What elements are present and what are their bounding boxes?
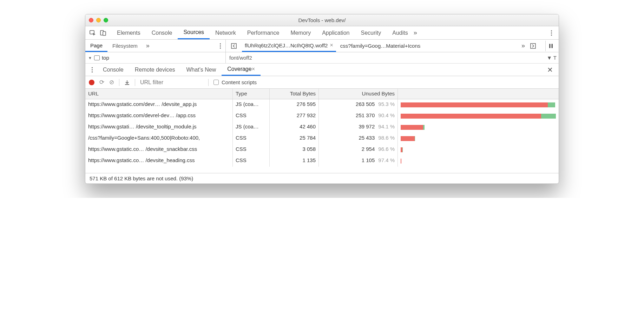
cell-type: CSS (233, 111, 270, 122)
cell-type: CSS (233, 144, 270, 155)
prev-file-icon[interactable] (229, 41, 239, 51)
editor-preview: font/woff2 ▼ T (226, 52, 559, 63)
cell-type: CSS (233, 155, 270, 167)
tab-performance[interactable]: Performance (242, 26, 285, 39)
svg-point-7 (219, 45, 221, 46)
cell-type: JS (coa… (233, 122, 270, 133)
file-tab-label: flUhRq6tzZclQEJ…NcIhQ8tQ.woff2 (245, 42, 328, 48)
svg-rect-9 (231, 44, 236, 48)
cell-total: 25 784 (270, 133, 319, 144)
drawer-tab-remote-devices[interactable]: Remote devices (129, 64, 181, 76)
pause-script-icon[interactable] (545, 41, 556, 51)
close-icon[interactable]: × (330, 42, 333, 48)
drawer-close-icon[interactable]: ✕ (543, 66, 557, 74)
col-type[interactable]: Type (233, 89, 270, 99)
col-unused[interactable]: Unused Bytes (319, 89, 398, 99)
nav-more-chevron-icon[interactable]: » (143, 42, 153, 49)
file-tab[interactable]: flUhRq6tzZclQEJ…NcIhQ8tQ.woff2× (242, 40, 336, 52)
drawer-tab-what-s-new[interactable]: What's New (180, 64, 222, 76)
svg-rect-12 (551, 44, 553, 48)
coverage-toolbar: ⟳ ⊘ Content scripts (85, 76, 559, 89)
navtab-page[interactable]: Page (85, 40, 107, 52)
frame-top-label: top (102, 55, 109, 61)
url-filter-input[interactable] (140, 79, 203, 86)
coverage-grid-header: URL Type Total Bytes Unused Bytes (85, 89, 559, 99)
next-file-icon[interactable] (528, 41, 538, 51)
table-row[interactable]: https://www.gstatic.co… /devsite_snackba… (85, 144, 559, 155)
reload-icon[interactable]: ⟳ (99, 79, 104, 86)
coverage-status: 571 KB of 612 KB bytes are not used. (93… (85, 173, 559, 183)
drawer-tab-console[interactable]: Console (97, 64, 129, 76)
drawer-kebab-icon[interactable] (87, 65, 97, 75)
tab-elements[interactable]: Elements (111, 26, 146, 39)
table-row[interactable]: https://www.gstatic.com/devr… /devsite_a… (85, 99, 559, 111)
checkbox-icon[interactable] (213, 80, 219, 85)
clear-icon[interactable]: ⊘ (109, 79, 114, 86)
tab-audits[interactable]: Audits (387, 26, 413, 39)
cell-bar (398, 133, 559, 144)
table-row[interactable]: https://www.gstatic.co… /devsite_heading… (85, 155, 559, 167)
cell-type: JS (coa… (233, 99, 270, 111)
frame-tree[interactable]: ▼ top (85, 52, 226, 63)
preview-text: font/woff2 (229, 55, 252, 61)
svg-rect-11 (549, 44, 551, 48)
cell-unused: 2 95496.6 % (319, 144, 398, 155)
device-toolbar-icon[interactable] (98, 28, 109, 38)
inspect-element-icon[interactable] (87, 28, 98, 38)
svg-point-15 (91, 71, 92, 72)
nav-pane: PageFilesystem » (85, 40, 226, 52)
drawer-tab-coverage[interactable]: Coverage × (222, 64, 261, 76)
tab-console[interactable]: Console (146, 26, 178, 39)
svg-point-5 (551, 34, 552, 35)
svg-point-14 (91, 69, 92, 70)
cell-url: https://www.gstatic.com/devr… /devsite_a… (85, 99, 233, 111)
sources-subbar: PageFilesystem » flUhRq6tzZclQEJ…NcIhQ8t… (85, 40, 559, 52)
cell-unused: 25 43398.6 % (319, 133, 398, 144)
cell-unused: 39 97294.1 % (319, 122, 398, 133)
more-tabs-chevron-icon[interactable]: » (414, 29, 417, 36)
table-row[interactable]: /css?family=Google+Sans:400,500|Roboto:4… (85, 133, 559, 144)
file-tab[interactable]: css?family=Goog…Material+Icons (337, 40, 423, 52)
separator (135, 79, 135, 86)
tab-application[interactable]: Application (316, 26, 355, 39)
cell-url: https://www.gstatic.com/devrel-dev… /app… (85, 111, 233, 122)
export-icon[interactable] (124, 80, 130, 85)
preview-corner: ▼ T (547, 55, 557, 61)
table-row[interactable]: https://www.gstati… /devsite_tooltip_mod… (85, 122, 559, 133)
editor-tabbar: flUhRq6tzZclQEJ…NcIhQ8tQ.woff2×css?famil… (226, 40, 559, 52)
tab-network[interactable]: Network (210, 26, 242, 39)
files-more-chevron-icon[interactable]: » (521, 42, 525, 49)
titlebar: DevTools - web.dev/ (85, 14, 559, 26)
col-visualization (398, 89, 559, 99)
content-scripts-checkbox[interactable]: Content scripts (213, 79, 257, 85)
cell-bar (398, 144, 559, 155)
cell-bar (398, 122, 559, 133)
nav-kebab-icon[interactable] (215, 41, 225, 51)
col-total[interactable]: Total Bytes (270, 89, 319, 99)
drawer-tabbar: ConsoleRemote devicesWhat's NewCoverage … (85, 64, 559, 76)
table-row[interactable]: https://www.gstatic.com/devrel-dev… /app… (85, 111, 559, 122)
tab-memory[interactable]: Memory (285, 26, 316, 39)
close-icon[interactable]: × (252, 66, 255, 72)
window-title: DevTools - web.dev/ (85, 17, 559, 23)
col-url[interactable]: URL (85, 89, 233, 99)
cell-total: 276 595 (270, 99, 319, 111)
cell-total: 42 460 (270, 122, 319, 133)
devtools-window: DevTools - web.dev/ ElementsConsoleSourc… (85, 14, 559, 184)
frame-icon (94, 55, 100, 60)
svg-point-13 (91, 67, 92, 68)
main-tabbar: ElementsConsoleSourcesNetworkPerformance… (85, 26, 559, 40)
svg-rect-10 (531, 44, 535, 48)
record-icon[interactable] (89, 80, 94, 85)
expand-triangle-icon[interactable]: ▼ (88, 56, 92, 60)
settings-kebab-icon[interactable] (546, 28, 557, 38)
separator (119, 79, 119, 86)
svg-point-6 (219, 43, 221, 44)
cell-unused: 1 10597.4 % (319, 155, 398, 167)
coverage-grid-body: https://www.gstatic.com/devr… /devsite_a… (85, 99, 559, 173)
content-scripts-label: Content scripts (222, 79, 257, 85)
navtab-filesystem[interactable]: Filesystem (107, 40, 143, 52)
status-text: 571 KB of 612 KB bytes are not used. (93… (90, 175, 193, 181)
tab-sources[interactable]: Sources (178, 26, 210, 39)
tab-security[interactable]: Security (355, 26, 387, 39)
